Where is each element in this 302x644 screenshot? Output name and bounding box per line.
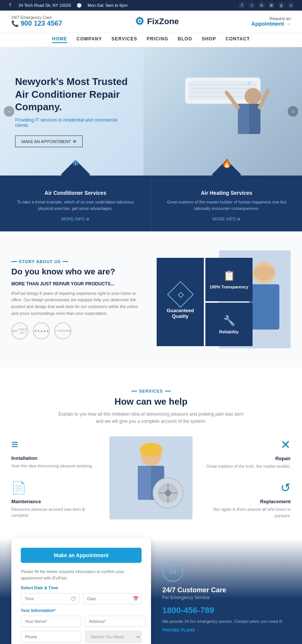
- social-twitter[interactable]: t: [248, 2, 255, 9]
- about-label: STORY ABOUT US: [11, 259, 145, 264]
- nav-contact[interactable]: CONTACT: [225, 36, 250, 43]
- appt-link[interactable]: Appointment →: [251, 21, 291, 27]
- social-linkedin[interactable]: in: [258, 2, 265, 9]
- feature-reliability-label: Reliability: [219, 330, 239, 334]
- social-rss[interactable]: ⊞: [268, 2, 275, 9]
- name-input[interactable]: [21, 616, 81, 627]
- maintenance-title: Maintenance: [11, 499, 102, 504]
- phone-input[interactable]: [21, 631, 81, 643]
- care-icon-circle: 24: [162, 561, 183, 582]
- hours-icon: 🕐: [77, 3, 82, 8]
- service-card-ac: ❄ Air Conditioner Services To take a tri…: [0, 176, 151, 231]
- address-text: 24 Tech Road Str, NY 10026: [18, 3, 71, 8]
- phone-icon: 📞: [11, 20, 20, 27]
- nav-home[interactable]: HOME: [52, 36, 67, 43]
- social-facebook[interactable]: f: [239, 2, 245, 9]
- service-select[interactable]: Service You Need: [85, 631, 142, 643]
- appointment-section: Make an Appointment Please fill the belo…: [0, 538, 302, 644]
- feature-reliability-icon: 🔧: [223, 315, 235, 327]
- clock-icon: 🕐: [71, 596, 76, 601]
- care-desc: We provide 24 hrs emergency service. Con…: [162, 618, 291, 625]
- hero-content: Newyork's Most Trusted Air Conditioner R…: [0, 60, 143, 162]
- nav-services[interactable]: SERVICES: [111, 36, 137, 43]
- cert-star: ★★★★★: [33, 322, 50, 339]
- service-card-heat-link[interactable]: MORE INFO ⊕: [213, 217, 240, 221]
- services-title: How can we help: [11, 396, 291, 407]
- maintenance-icon: 📄: [11, 481, 102, 495]
- installation-title: Installation: [11, 455, 102, 461]
- services-left: ≡ Installation How this idea denouncing …: [11, 436, 102, 519]
- logo[interactable]: ⚙ FixZone: [135, 15, 179, 28]
- svg-point-15: [254, 265, 275, 280]
- repair-desc: Great explorer of the truth, the master-…: [200, 463, 291, 470]
- feature-transparency-label: 100% Transparency: [210, 285, 248, 289]
- feature-quality: ◇ Guaranteed Quality: [157, 258, 204, 346]
- cert-iso: ISOSINCE 2017: [11, 322, 28, 339]
- installation-icon: ≡: [11, 438, 102, 451]
- hero-title-line1: Newyork's Most Trusted: [15, 76, 128, 87]
- about-title: Do you know who we are?: [11, 267, 145, 277]
- care-icon-text: 24: [169, 568, 176, 575]
- navigation: HOME COMPANY SERVICES PRICING BLOG SHOP …: [0, 32, 302, 47]
- services-right: ✕ Repair Great explorer of the truth, th…: [200, 436, 291, 519]
- hero-next-button[interactable]: ›: [288, 106, 298, 117]
- service-maintenance: 📄 Maintenance Denounce pleasure account …: [11, 481, 102, 519]
- about-content: STORY ABOUT US Do you know who we are? M…: [11, 259, 145, 339]
- datetime-row: 🕐 📅: [21, 593, 142, 604]
- service-card-ac-link[interactable]: MORE INFO ⊕: [62, 217, 89, 221]
- hero-ac-illustration: [162, 62, 283, 160]
- repair-icon: ✕: [200, 438, 291, 452]
- info-label: Your Information*: [21, 608, 142, 613]
- address-icon: 📍: [8, 3, 13, 8]
- installation-desc: How this idea denouncing pleasure praisi…: [11, 463, 102, 469]
- nav-company[interactable]: COMPANY: [77, 36, 102, 43]
- logo-text: FixZone: [147, 17, 179, 26]
- hero-prev-button[interactable]: ‹: [4, 106, 14, 117]
- about-features: ◇ Guaranteed Quality 📋 100% Transparency…: [157, 250, 291, 348]
- cert-check: ✓VERIFIED: [54, 322, 71, 339]
- svg-point-7: [245, 88, 261, 105]
- feature-quality-icon: ◇: [167, 281, 194, 308]
- emergency-info: 24/7 Emergency Care 📞 900 123 4567: [11, 15, 62, 28]
- nav-blog[interactable]: BLOG: [178, 36, 193, 43]
- address-input[interactable]: [85, 616, 145, 627]
- services-banner: ❄ Air Conditioner Services To take a tri…: [0, 176, 302, 231]
- hero-section: ‹ Newyork's Most Trusted Air Conditioner…: [0, 47, 302, 176]
- service-installation: ≡ Installation How this idea denouncing …: [11, 438, 102, 469]
- feature-reliability: 🔧 Reliability: [205, 303, 253, 346]
- pricing-link-text: PRICING PLANS →: [162, 628, 200, 632]
- social-vimeo[interactable]: v: [288, 2, 294, 9]
- hero-image: [143, 47, 302, 176]
- appt-label: Request an: [270, 16, 291, 21]
- feature-quality-label: Guaranteed Quality: [162, 308, 198, 319]
- svg-line-11: [260, 91, 268, 108]
- datetime-label: Select Date & Time: [21, 585, 142, 590]
- svg-rect-20: [138, 466, 151, 500]
- nav-pricing[interactable]: PRICING: [147, 36, 168, 43]
- social-google[interactable]: g: [278, 2, 285, 9]
- hero-cta-label: MAKE AN APPOINTMENT: [22, 139, 71, 144]
- customer-care: 24 24/7 Customer Care For Emergency Serv…: [162, 538, 291, 633]
- services-help-section: SERVICES How can we help Explain to you …: [0, 367, 302, 538]
- nav-shop[interactable]: SHOP: [202, 36, 216, 43]
- emergency-label: 24/7 Emergency Care: [11, 15, 62, 20]
- about-label-text: STORY ABOUT US: [19, 259, 61, 264]
- hero-cta-button[interactable]: MAKE AN APPOINTMENT ⊕: [15, 136, 83, 147]
- svg-point-6: [247, 81, 251, 85]
- appointment-request: Request an Appointment →: [251, 16, 291, 27]
- hero-cta-icon: ⊕: [73, 139, 76, 144]
- feature-transparency: 📋 100% Transparency: [205, 258, 253, 301]
- care-title: 24/7 Customer Care: [162, 586, 291, 594]
- feature-transparency-icon: 📋: [223, 270, 235, 282]
- phone-number[interactable]: 900 123 4567: [20, 20, 62, 27]
- hero-title: Newyork's Most Trusted Air Conditioner R…: [15, 75, 128, 114]
- about-subtitle: MORE THAN JUST REPAIR YOUR PRODUCTS...: [11, 281, 145, 287]
- service-card-heat: 🔥 Air Heating Services Great explorer of…: [151, 176, 302, 231]
- maintenance-desc: Denounce pleasure account was born & com…: [11, 506, 102, 519]
- services-center-image: [109, 436, 193, 519]
- hours-text: Mon-Sat: 9am to 6pm: [88, 3, 128, 8]
- calendar-icon: 📅: [133, 596, 139, 601]
- replacement-title: Replacement: [200, 499, 291, 504]
- pricing-link[interactable]: PRICING PLANS →: [162, 628, 200, 632]
- care-phone[interactable]: 1800-456-789: [162, 605, 291, 615]
